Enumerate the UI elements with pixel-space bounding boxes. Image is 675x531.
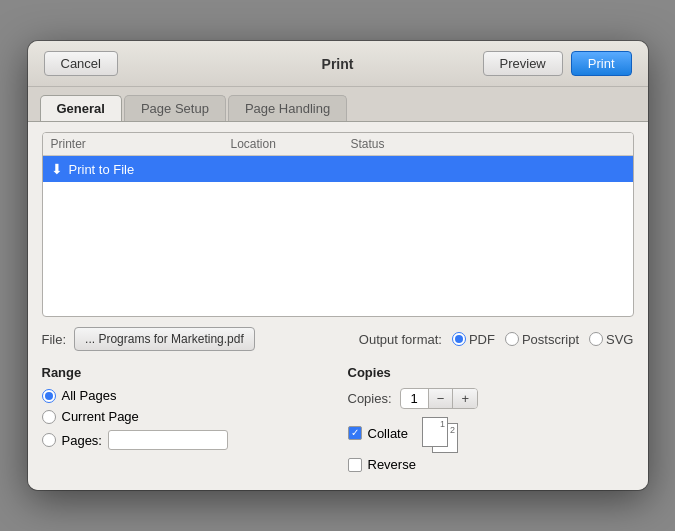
copies-plus-button[interactable]: +	[453, 389, 477, 408]
copies-row: Copies: 1 − +	[348, 388, 634, 409]
pages-label: Pages:	[62, 433, 102, 448]
bottom-section: Range All Pages Current Page Pages:	[42, 365, 634, 476]
print-dialog: Cancel Print Preview Print General Page …	[28, 41, 648, 490]
printer-row[interactable]: ⬇ Print to File	[43, 156, 633, 182]
output-format-label: Output format:	[359, 332, 442, 347]
pdf-label: PDF	[469, 332, 495, 347]
svg-label: SVG	[606, 332, 633, 347]
output-svg-option[interactable]: SVG	[589, 332, 633, 347]
all-pages-label: All Pages	[62, 388, 117, 403]
reverse-label: Reverse	[368, 457, 416, 472]
col-printer: Printer	[51, 137, 231, 151]
postscript-radio[interactable]	[505, 332, 519, 346]
cancel-button[interactable]: Cancel	[44, 51, 118, 76]
range-section: Range All Pages Current Page Pages:	[42, 365, 328, 476]
pdf-radio-dot	[455, 335, 463, 343]
copies-minus-button[interactable]: −	[429, 389, 454, 408]
pages-radio[interactable]	[42, 433, 56, 447]
collate-checkbox[interactable]: ✓	[348, 426, 362, 440]
file-row: File: ... Programs for Marketing.pdf Out…	[42, 327, 634, 351]
copies-control: 1 − +	[400, 388, 478, 409]
file-button[interactable]: ... Programs for Marketing.pdf	[74, 327, 255, 351]
output-format: Output format: PDF Postscript SVG	[359, 332, 634, 347]
svg-radio[interactable]	[589, 332, 603, 346]
pages-input[interactable]	[108, 430, 228, 450]
collate-row: ✓ Collate 2 1	[348, 417, 634, 453]
preview-button[interactable]: Preview	[483, 51, 563, 76]
collate-check-mark: ✓	[351, 428, 359, 438]
printer-list-header: Printer Location Status	[43, 133, 633, 156]
printer-list-body[interactable]: ⬇ Print to File	[43, 156, 633, 316]
output-pdf-option[interactable]: PDF	[452, 332, 495, 347]
title-bar: Cancel Print Preview Print	[28, 41, 648, 87]
print-button[interactable]: Print	[571, 51, 632, 76]
all-pages-radio[interactable]	[42, 389, 56, 403]
printer-name: ⬇ Print to File	[51, 161, 231, 177]
dialog-title: Print	[322, 56, 354, 72]
tab-general[interactable]: General	[40, 95, 122, 121]
all-pages-option[interactable]: All Pages	[42, 388, 328, 403]
range-title: Range	[42, 365, 328, 380]
title-bar-left: Cancel	[44, 51, 118, 76]
page-preview-front: 1	[422, 417, 448, 447]
pages-option[interactable]: Pages:	[42, 433, 102, 448]
download-icon: ⬇	[51, 161, 63, 177]
current-page-label: Current Page	[62, 409, 139, 424]
file-label: File:	[42, 332, 67, 347]
tab-page-setup[interactable]: Page Setup	[124, 95, 226, 121]
reverse-option[interactable]: Reverse	[348, 457, 634, 472]
copies-label: Copies:	[348, 391, 392, 406]
col-status: Status	[351, 137, 625, 151]
copies-number: 1	[401, 389, 429, 408]
output-postscript-option[interactable]: Postscript	[505, 332, 579, 347]
title-bar-right: Preview Print	[483, 51, 632, 76]
all-pages-dot	[45, 392, 53, 400]
copies-section: Copies Copies: 1 − + ✓ Collate	[348, 365, 634, 476]
tab-bar: General Page Setup Page Handling	[28, 87, 648, 121]
pages-row: Pages:	[42, 430, 328, 450]
printer-list: Printer Location Status ⬇ Print to File	[42, 132, 634, 317]
reverse-checkbox[interactable]	[348, 458, 362, 472]
pdf-radio[interactable]	[452, 332, 466, 346]
postscript-label: Postscript	[522, 332, 579, 347]
copies-title: Copies	[348, 365, 634, 380]
collate-label: Collate	[368, 426, 408, 441]
col-location: Location	[231, 137, 351, 151]
tab-page-handling[interactable]: Page Handling	[228, 95, 347, 121]
tab-content: Printer Location Status ⬇ Print to File …	[28, 121, 648, 490]
collate-option[interactable]: ✓ Collate	[348, 426, 408, 441]
current-page-radio[interactable]	[42, 410, 56, 424]
collate-preview: 2 1	[422, 417, 462, 453]
current-page-option[interactable]: Current Page	[42, 409, 328, 424]
